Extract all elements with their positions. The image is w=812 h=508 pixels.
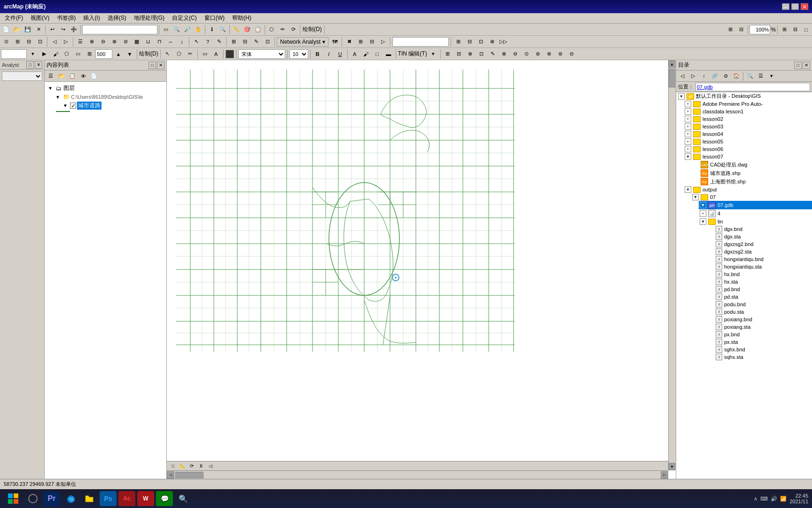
tb-edit2[interactable]: ✏ [277, 24, 288, 35]
cat-pd-bnd[interactable]: f pd.bnd [706, 286, 812, 293]
draw-btn3[interactable]: ▭ [73, 49, 83, 59]
toc-layers-btn[interactable]: 📋 [67, 71, 78, 81]
maximize-button[interactable]: □ [791, 3, 799, 10]
tb2-fwd[interactable]: ▷ [61, 37, 71, 47]
scale-up[interactable]: ▲ [113, 49, 124, 59]
tb2-info[interactable]: ? [203, 37, 213, 47]
na-more5[interactable]: ▷▷ [498, 37, 508, 47]
na-btn4[interactable]: ⊟ [367, 37, 377, 47]
tin-btn9[interactable]: ⊚ [533, 49, 543, 59]
acrobat-button[interactable]: Ac [118, 491, 135, 506]
find-btn[interactable]: 🔍 [218, 24, 228, 35]
cat-cad[interactable]: CAD CAD处理后.dwg [691, 160, 812, 169]
zoom-input[interactable] [750, 25, 770, 34]
tb2-2[interactable]: ⊞ [12, 37, 23, 47]
map-nav-btn3[interactable]: ⟳ [187, 462, 196, 470]
analyst-float-btn[interactable]: □ [26, 61, 34, 69]
pan-btn[interactable]: ✋ [193, 24, 203, 35]
map-area[interactable]: ▲ ▼ ◁ ▷ □ 📐 ⟳ ⏸ ◁ [167, 60, 676, 479]
adddata-btn[interactable]: ➕ [69, 24, 79, 35]
tb2-1[interactable]: ⊙ [1, 37, 11, 47]
tb2-3[interactable]: ⊟ [23, 37, 34, 47]
menu-view[interactable]: 视图(V) [27, 13, 53, 23]
na-btn2[interactable]: ✖ [344, 37, 354, 47]
tin-dropdown[interactable]: ▾ [428, 49, 438, 59]
cat-root-expander[interactable]: ▼ [678, 93, 685, 100]
draw-btn2[interactable]: ⬡ [62, 49, 72, 59]
tb2-9[interactable]: ⊘ [120, 37, 131, 47]
cat-l05-exp[interactable]: + [685, 138, 691, 145]
path-expander[interactable]: ▼ [54, 93, 62, 101]
highlight-btn[interactable]: 🖌 [361, 49, 371, 59]
start-button[interactable] [4, 491, 23, 506]
coord-input[interactable] [1, 49, 27, 59]
tin-btn10[interactable]: ⊛ [544, 49, 554, 59]
tin-btn2[interactable]: ⊟ [454, 49, 464, 59]
tin-btn5[interactable]: ✎ [488, 49, 498, 59]
text-rect[interactable]: ▭ [200, 49, 210, 59]
na-more4[interactable]: ⊗ [487, 37, 497, 47]
files-button[interactable] [81, 491, 98, 506]
map-nav-btn2[interactable]: 📐 [178, 462, 187, 470]
na-btn1[interactable]: 🗺 [329, 37, 340, 47]
tin-btn1[interactable]: ⊞ [443, 49, 453, 59]
tb-edit3[interactable]: ⟳ [288, 24, 298, 35]
draw-btn4[interactable]: ⊞ [84, 49, 94, 59]
cat-podu-bnd[interactable]: f podu.bnd [706, 301, 812, 308]
na-input[interactable] [392, 37, 449, 47]
toc-search-btn[interactable]: 📄 [89, 71, 99, 81]
cat-hx-bnd[interactable]: f hx.bnd [706, 270, 812, 278]
layer-expander[interactable]: ▼ [62, 102, 69, 110]
location-input-wrapper[interactable]: 07.gdb [695, 83, 810, 91]
measure-btn[interactable]: 📏 [231, 24, 242, 35]
edge-button[interactable] [62, 491, 79, 506]
coord-dropdown[interactable]: ▾ [28, 49, 38, 59]
zoom-in-btn[interactable]: 🔍 [172, 24, 182, 35]
tb2-12[interactable]: ⊓ [154, 37, 164, 47]
tb2-back[interactable]: ◁ [49, 37, 60, 47]
map-nav-btn4[interactable]: ⏸ [197, 462, 205, 470]
italic-btn[interactable]: I [324, 49, 334, 59]
search-button[interactable] [24, 491, 41, 506]
cat-lesson04[interactable]: + lesson04 [684, 130, 812, 138]
border-color-btn[interactable]: □ [372, 49, 383, 59]
tb2-4[interactable]: ⊡ [35, 37, 45, 47]
magnifier-button[interactable]: 🔍 [175, 491, 192, 506]
minimize-button[interactable]: — [782, 3, 789, 10]
cat-l06-exp[interactable]: + [685, 146, 691, 152]
cat-dgx-sta[interactable]: f dgx.sta [706, 233, 812, 240]
cat-dgxzsg2-sta[interactable]: f dgxzsg2.sta [706, 248, 812, 255]
tb2-17[interactable]: ✎ [251, 37, 261, 47]
cat-classdata[interactable]: + classdata lesson1 [684, 108, 812, 115]
tb2-7[interactable]: ⊖ [98, 37, 108, 47]
close-doc-btn[interactable]: ✕ [33, 24, 44, 35]
na-more1[interactable]: ⊞ [453, 37, 463, 47]
cat-road[interactable]: shp 城市道路.shp [691, 169, 812, 177]
cat-adobe-expander[interactable]: + [685, 101, 691, 107]
toc-visible-btn[interactable]: 👁 [78, 71, 88, 81]
cat-hongxiantiqu-sta[interactable]: f hongxiantiqu.sta [706, 263, 812, 270]
na-btn3[interactable]: ⊞ [355, 37, 366, 47]
tin-btn6[interactable]: ⊕ [499, 49, 509, 59]
tb-edit1[interactable]: ⬡ [266, 24, 277, 35]
map-nav-btn5[interactable]: ◁ [206, 462, 215, 470]
draw-btn1[interactable]: 🖌 [50, 49, 61, 59]
na-more2[interactable]: ⊟ [464, 37, 475, 47]
tin-btn3[interactable]: ⊗ [465, 49, 476, 59]
cat-lesson07[interactable]: ▼ lesson07 [684, 153, 812, 160]
cat-l04-exp[interactable]: + [685, 131, 691, 137]
cat-output[interactable]: ▼ output [684, 186, 812, 193]
menu-customize[interactable]: 自定义(C) [168, 13, 201, 23]
cat-tin-exp[interactable]: ▼ [700, 218, 706, 225]
cat-dgx-bnd[interactable]: f dgx.bnd [706, 225, 812, 233]
menu-geoprocess[interactable]: 地理处理(G) [130, 13, 168, 23]
menu-insert[interactable]: 插入(I) [79, 13, 103, 23]
cat-more-btn[interactable]: ▾ [766, 71, 777, 81]
tb2-14[interactable]: ↕ [177, 37, 187, 47]
cat-hx-sta[interactable]: f hx.sta [706, 278, 812, 286]
tb-extra5[interactable]: □ [801, 24, 811, 35]
wechat-button[interactable]: 💬 [156, 491, 173, 506]
underline-btn[interactable]: U [335, 49, 345, 59]
bold-btn[interactable]: B [312, 49, 323, 59]
tray-chevron[interactable]: ∧ [754, 496, 757, 502]
